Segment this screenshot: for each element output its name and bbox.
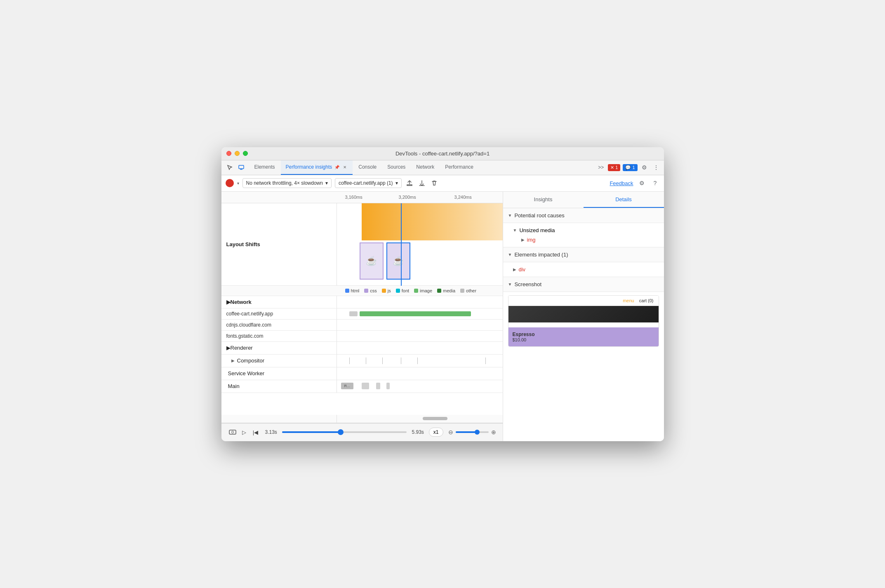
panel-tabs: Insights Details — [503, 192, 664, 208]
tab-close-button[interactable]: ✕ — [342, 164, 348, 170]
img-item[interactable]: ▶ img — [521, 235, 659, 245]
tab-sources[interactable]: Sources — [382, 160, 410, 175]
zoom-in-icon[interactable]: ⊕ — [491, 429, 496, 435]
tick-2: 3,240ms — [454, 195, 472, 200]
compositor-arrow: ▶ — [231, 358, 235, 363]
cursor-icon[interactable] — [225, 162, 235, 172]
screenshot-image-area — [508, 306, 659, 322]
svg-point-3 — [231, 431, 233, 433]
main-block-2 — [376, 383, 380, 389]
delete-icon[interactable] — [430, 179, 439, 188]
record-dropdown-arrow[interactable]: ▾ — [237, 181, 239, 186]
slider-thumb[interactable] — [338, 429, 344, 435]
feedback-link[interactable]: Feedback — [610, 180, 633, 186]
shift-box-before: ☕ — [360, 242, 384, 280]
tab-bar-right: >> ✕ 1 💬 1 ⚙ ⋮ — [596, 160, 660, 175]
service-worker-content — [337, 367, 503, 380]
download-icon[interactable] — [417, 179, 426, 188]
renderer-label[interactable]: ▶ Renderer — [221, 342, 337, 354]
legend-dot-js — [382, 289, 386, 293]
timeline-content[interactable]: Layout Shifts ☕ ☕ — [221, 203, 503, 415]
screenshot-toggle-icon[interactable] — [228, 428, 237, 437]
more-options-icon[interactable]: ⋮ — [652, 163, 661, 172]
tab-details[interactable]: Details — [584, 192, 664, 208]
skip-to-start-button[interactable]: |◀ — [251, 428, 260, 437]
unsized-media-arrow: ▼ — [513, 228, 517, 233]
devtools-icons — [225, 160, 246, 175]
url-arrow: ▾ — [395, 180, 398, 186]
error-badge[interactable]: ✕ 1 — [608, 164, 620, 171]
scroll-thumb[interactable] — [423, 417, 447, 420]
tick-1: 3,200ms — [399, 195, 416, 200]
network-row-1-label: coffee-cart.netlify.app — [221, 308, 337, 319]
elements-impacted-header[interactable]: ▼ Elements impacted (1) — [503, 247, 664, 262]
help-icon[interactable]: ? — [651, 179, 660, 188]
timeline-slider[interactable] — [282, 431, 407, 433]
pin-icon: 📌 — [334, 165, 339, 169]
screenshot-header[interactable]: ▼ Screenshot — [503, 277, 664, 292]
legend-dot-image — [414, 289, 418, 293]
network-row-2-label: cdnjs.cloudflare.com — [221, 320, 337, 330]
maximize-button[interactable] — [243, 151, 248, 156]
close-button[interactable] — [226, 151, 231, 156]
error-icon: ✕ — [610, 165, 614, 170]
share-icon[interactable] — [405, 179, 414, 188]
legend-other: other — [460, 288, 476, 293]
div-item[interactable]: ▶ div — [513, 265, 659, 274]
unsized-media-item[interactable]: ▼ Unsized media — [513, 226, 659, 235]
speed-selector[interactable]: x1 — [429, 428, 443, 437]
url-select[interactable]: coffee-cart.netlify.app (1) ▾ — [335, 178, 402, 188]
tab-performance[interactable]: Performance — [440, 160, 478, 175]
zoom-slider-track[interactable] — [456, 431, 489, 433]
tab-elements[interactable]: Elements — [249, 160, 280, 175]
tick-2 — [366, 358, 366, 364]
zoom-thumb[interactable] — [475, 430, 480, 435]
screenshot-nav: menu cart (0) — [508, 296, 659, 306]
device-icon[interactable] — [236, 162, 246, 172]
url-label: coffee-cart.netlify.app (1) — [339, 180, 393, 186]
tab-insights[interactable]: Insights — [503, 192, 584, 208]
zoom-out-icon[interactable]: ⊖ — [448, 429, 453, 435]
network-section-label[interactable]: ▶ Network — [221, 296, 337, 308]
product-price: $10.00 — [513, 337, 654, 342]
minimize-button[interactable] — [235, 151, 240, 156]
tab-network[interactable]: Network — [411, 160, 439, 175]
settings-icon[interactable]: ⚙ — [640, 163, 649, 172]
tab-performance-insights[interactable]: Performance insights 📌 ✕ — [281, 160, 353, 175]
info-count: 1 — [632, 165, 635, 170]
error-count: 1 — [615, 165, 618, 170]
main-r-block: R... — [341, 383, 353, 389]
tab-console[interactable]: Console — [353, 160, 381, 175]
legend-dot-media — [437, 289, 441, 293]
legend-font: font — [396, 288, 409, 293]
network-header-row: ▶ Network — [221, 296, 503, 308]
renderer-expand-arrow: ▶ — [226, 345, 231, 351]
network-legend-row: html css js font — [221, 286, 503, 296]
unsized-media-section: ▼ Unsized media ▶ img — [503, 223, 664, 247]
coffee-icon-before: ☕ — [366, 256, 377, 266]
left-panel: 3,160ms 3,200ms 3,240ms 3,280ms Layout S… — [221, 192, 503, 441]
section-arrow-root: ▼ — [508, 213, 512, 218]
throttle-select[interactable]: No network throttling, 4× slowdown ▾ — [242, 178, 332, 188]
legend-dot-other — [460, 289, 464, 293]
play-button[interactable]: ▷ — [240, 428, 249, 437]
tick-0: 3,160ms — [345, 195, 362, 200]
slider-fill — [282, 431, 341, 433]
screenshot-gap — [508, 322, 659, 327]
timeline-header: 3,160ms 3,200ms 3,240ms 3,280ms — [221, 192, 503, 203]
more-tabs-button[interactable]: >> — [596, 163, 605, 172]
network-row-3: fonts.gstatic.com — [221, 331, 503, 342]
settings-toolbar-icon[interactable]: ⚙ — [638, 179, 647, 188]
info-badge[interactable]: 💬 1 — [623, 164, 637, 171]
potential-root-causes-header[interactable]: ▼ Potential root causes — [503, 208, 664, 223]
scroll-spacer — [221, 415, 337, 423]
right-panel: Insights Details ▼ Potential root causes… — [503, 192, 664, 441]
scroll-track — [337, 415, 503, 423]
shift-marker-line — [401, 203, 402, 286]
screenshot-product: Espresso $10.00 — [508, 327, 659, 346]
bottom-bar: ▷ |◀ 3.13s 5.93s x1 ⊖ — [221, 423, 503, 441]
record-button[interactable] — [226, 179, 234, 187]
tick-1 — [349, 358, 350, 364]
time-start-label: 3.13s — [265, 429, 277, 435]
time-end-label: 5.93s — [412, 429, 424, 435]
